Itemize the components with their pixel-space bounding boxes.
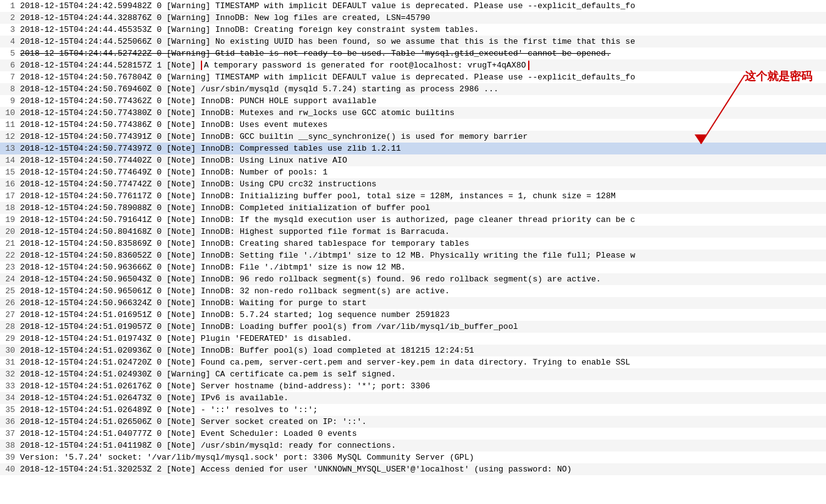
line-number: 23 [3, 263, 20, 272]
line-number: 18 [3, 203, 20, 213]
log-row: 382018-12-15T04:24:51.041198Z 0 [Note] /… [0, 440, 826, 451]
log-row: 22018-12-15T04:24:44.328876Z 0 [Warning]… [0, 12, 826, 24]
line-number: 31 [3, 358, 20, 367]
log-line-content: 2018-12-15T04:24:51.026489Z 0 [Note] - '… [20, 405, 823, 415]
line-number: 15 [3, 168, 20, 177]
log-row: 402018-12-15T04:24:51.320253Z 2 [Note] A… [0, 463, 826, 475]
line-number: 36 [3, 417, 20, 426]
log-line-content: 2018-12-15T04:24:50.774742Z 0 [Note] Inn… [20, 179, 823, 189]
log-row: 242018-12-15T04:24:50.965043Z 0 [Note] I… [0, 273, 826, 285]
line-number: 17 [3, 191, 20, 201]
log-row: 212018-12-15T04:24:50.835869Z 0 [Note] I… [0, 238, 826, 249]
log-row: 252018-12-15T04:24:50.965061Z 0 [Note] I… [0, 285, 826, 297]
log-row: 42018-12-15T04:24:44.525066Z 0 [Warning]… [0, 36, 826, 48]
log-line-content: 2018-12-15T04:24:50.774397Z 0 [Note] Inn… [20, 144, 823, 153]
log-line-content: Version: '5.7.24' socket: '/var/lib/mysq… [20, 453, 823, 462]
log-line-content: 2018-12-15T04:24:50.767804Z 0 [Warning] … [20, 73, 823, 82]
line-number: 7 [3, 73, 20, 82]
line-number: 40 [3, 465, 20, 474]
log-line-content: 2018-12-15T04:24:50.769460Z 0 [Note] /us… [20, 84, 823, 94]
line-number: 38 [3, 441, 20, 450]
line-number: 3 [3, 25, 20, 34]
log-row: 352018-12-15T04:24:51.026489Z 0 [Note] -… [0, 404, 826, 416]
log-line-content: 2018-12-15T04:24:51.024930Z 0 [Warning] … [20, 370, 823, 379]
log-line-content: 2018-12-15T04:24:51.320253Z 2 [Note] Acc… [20, 465, 823, 474]
log-line-content: 2018-12-15T04:24:51.016951Z 0 [Note] Inn… [20, 310, 823, 320]
password-highlight-box: A temporary password is generated for ro… [201, 61, 529, 70]
line-number: 9 [3, 96, 20, 106]
log-row: 302018-12-15T04:24:51.020936Z 0 [Note] I… [0, 345, 826, 356]
log-line-content: 2018-12-15T04:24:50.776117Z 0 [Note] Inn… [20, 191, 823, 201]
line-number: 6 [3, 61, 20, 70]
log-line-content: 2018-12-15T04:24:51.019743Z 0 [Note] Plu… [20, 334, 823, 343]
line-number: 8 [3, 84, 20, 94]
line-number: 19 [3, 215, 20, 224]
log-line-content: 2018-12-15T04:24:51.026506Z 0 [Note] Ser… [20, 417, 823, 426]
log-row: 332018-12-15T04:24:51.026176Z 0 [Note] S… [0, 380, 826, 392]
log-line-content: 2018-12-15T04:24:44.527422Z 0 [Warning] … [20, 49, 823, 58]
log-row: 372018-12-15T04:24:51.040777Z 0 [Note] E… [0, 428, 826, 440]
log-line-content: 2018-12-15T04:24:50.774402Z 0 [Note] Inn… [20, 156, 823, 165]
log-row: 39Version: '5.7.24' socket: '/var/lib/my… [0, 451, 826, 463]
log-row: 312018-12-15T04:24:51.024720Z 0 [Note] F… [0, 356, 826, 368]
log-line-content: 2018-12-15T04:24:51.024720Z 0 [Note] Fou… [20, 358, 823, 367]
log-row: 152018-12-15T04:24:50.774649Z 0 [Note] I… [0, 166, 826, 178]
log-row: 142018-12-15T04:24:50.774402Z 0 [Note] I… [0, 154, 826, 166]
line-number: 21 [3, 239, 20, 248]
log-line-content: 2018-12-15T04:24:50.963666Z 0 [Note] Inn… [20, 263, 823, 272]
line-number: 5 [3, 49, 20, 58]
log-container: 12018-12-15T04:24:42.599482Z 0 [Warning]… [0, 0, 826, 504]
log-line-content: 2018-12-15T04:24:50.774386Z 0 [Note] Inn… [20, 120, 823, 129]
line-number: 11 [3, 120, 20, 129]
log-line-content: 2018-12-15T04:24:51.026176Z 0 [Note] Ser… [20, 381, 823, 391]
log-line-content: 2018-12-15T04:24:51.041198Z 0 [Note] /us… [20, 441, 823, 450]
line-number: 20 [3, 227, 20, 236]
log-row: 102018-12-15T04:24:50.774380Z 0 [Note] I… [0, 107, 826, 119]
log-row: 132018-12-15T04:24:50.774397Z 0 [Note] I… [0, 143, 826, 154]
line-number: 12 [3, 132, 20, 141]
log-line-content: 2018-12-15T04:24:50.791641Z 0 [Note] Inn… [20, 215, 823, 224]
line-number: 24 [3, 275, 20, 284]
log-line-content: 2018-12-15T04:24:51.020936Z 0 [Note] Inn… [20, 346, 823, 355]
log-line-content: 2018-12-15T04:24:51.026473Z 0 [Note] IPv… [20, 393, 823, 403]
line-number: 27 [3, 310, 20, 320]
log-line-content: 2018-12-15T04:24:50.774391Z 0 [Note] Inn… [20, 132, 823, 141]
log-line-content: 2018-12-15T04:24:50.835869Z 0 [Note] Inn… [20, 239, 823, 248]
line-number: 35 [3, 405, 20, 415]
log-row: 62018-12-15T04:24:44.528157Z 1 [Note] A … [0, 59, 826, 71]
log-line-content: 2018-12-15T04:24:51.040777Z 0 [Note] Eve… [20, 429, 823, 438]
log-row: 342018-12-15T04:24:51.026473Z 0 [Note] I… [0, 392, 826, 404]
line-number: 39 [3, 453, 20, 462]
log-row: 52018-12-15T04:24:44.527422Z 0 [Warning]… [0, 48, 826, 59]
log-line-content: 2018-12-15T04:24:50.966324Z 0 [Note] Inn… [20, 298, 823, 308]
log-row: 72018-12-15T04:24:50.767804Z 0 [Warning]… [0, 71, 826, 83]
line-number: 26 [3, 298, 20, 308]
line-number: 22 [3, 251, 20, 260]
log-line-content: 2018-12-15T04:24:50.965043Z 0 [Note] Inn… [20, 275, 823, 284]
log-row: 222018-12-15T04:24:50.836052Z 0 [Note] I… [0, 249, 826, 261]
log-line-content: 2018-12-15T04:24:50.774649Z 0 [Note] Inn… [20, 168, 823, 177]
line-number: 2 [3, 13, 20, 23]
log-row: 192018-12-15T04:24:50.791641Z 0 [Note] I… [0, 214, 826, 226]
line-number: 16 [3, 179, 20, 189]
log-row: 292018-12-15T04:24:51.019743Z 0 [Note] P… [0, 333, 826, 345]
log-row: 112018-12-15T04:24:50.774386Z 0 [Note] I… [0, 119, 826, 131]
log-line-content: 2018-12-15T04:24:51.019057Z 0 [Note] Inn… [20, 322, 823, 331]
log-row: 162018-12-15T04:24:50.774742Z 0 [Note] I… [0, 178, 826, 190]
line-number: 34 [3, 393, 20, 403]
line-number: 25 [3, 286, 20, 296]
log-line-content: 2018-12-15T04:24:50.804168Z 0 [Note] Inn… [20, 227, 823, 236]
log-row: 32018-12-15T04:24:44.455353Z 0 [Warning]… [0, 24, 826, 36]
line-number: 37 [3, 429, 20, 438]
log-row: 202018-12-15T04:24:50.804168Z 0 [Note] I… [0, 226, 826, 238]
log-row: 272018-12-15T04:24:51.016951Z 0 [Note] I… [0, 309, 826, 321]
log-line-content: 2018-12-15T04:24:42.599482Z 0 [Warning] … [20, 1, 823, 11]
log-row: 282018-12-15T04:24:51.019057Z 0 [Note] I… [0, 321, 826, 333]
log-line-content: 2018-12-15T04:24:50.774362Z 0 [Note] Inn… [20, 96, 823, 106]
line-number: 29 [3, 334, 20, 343]
log-line-content: 2018-12-15T04:24:50.965061Z 0 [Note] Inn… [20, 286, 823, 296]
line-number: 1 [3, 1, 20, 11]
log-row: 232018-12-15T04:24:50.963666Z 0 [Note] I… [0, 261, 826, 273]
log-row: 92018-12-15T04:24:50.774362Z 0 [Note] In… [0, 95, 826, 107]
log-line-content: 2018-12-15T04:24:44.455353Z 0 [Warning] … [20, 25, 823, 34]
